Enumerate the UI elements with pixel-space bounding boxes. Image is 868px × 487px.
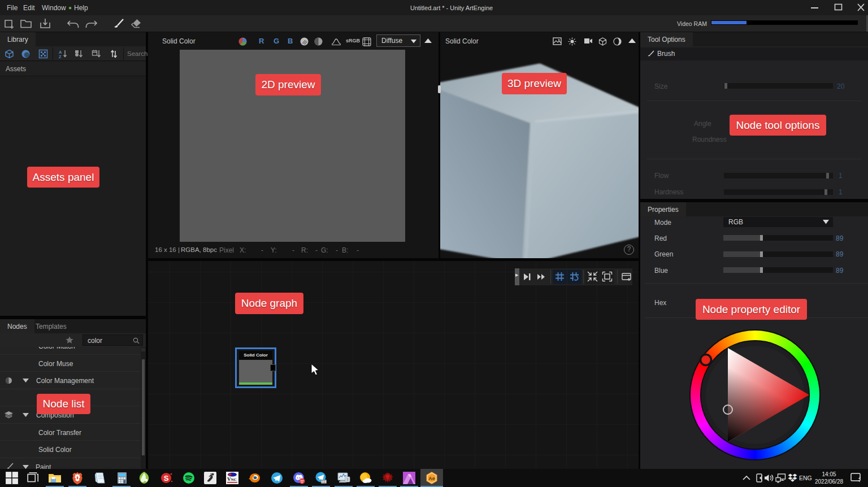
svg-text:Z: Z [59, 54, 62, 59]
svg-text:S: S [164, 474, 169, 482]
svg-text:VNC: VNC [227, 476, 237, 482]
svg-text:Ae: Ae [428, 476, 435, 481]
